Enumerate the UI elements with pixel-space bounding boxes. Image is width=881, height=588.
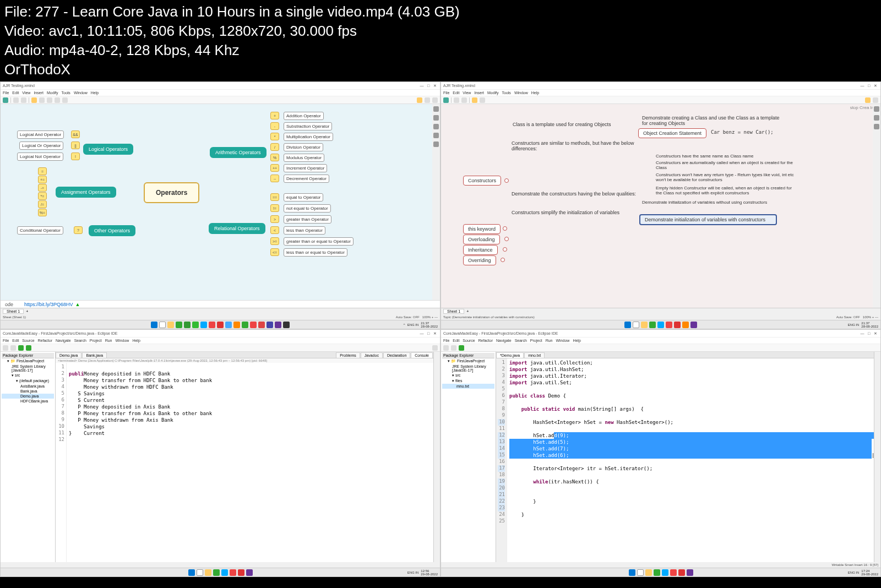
format-icon[interactable] bbox=[433, 106, 439, 112]
start-icon[interactable] bbox=[629, 569, 635, 576]
maximize-button[interactable]: □ bbox=[426, 84, 431, 88]
eclipse-icon[interactable] bbox=[687, 569, 693, 576]
run-icon[interactable] bbox=[459, 345, 464, 351]
app8-icon[interactable] bbox=[258, 322, 265, 328]
file-hdfc[interactable]: HDFCBank.java bbox=[2, 399, 54, 404]
node-obj-stmt[interactable]: Object Creation Statement bbox=[638, 128, 706, 138]
menu-edit[interactable]: Edit bbox=[453, 339, 459, 342]
opera-icon[interactable] bbox=[674, 322, 681, 328]
menu-window[interactable]: Window bbox=[74, 91, 88, 95]
node-subtraction[interactable]: Substraction Operator bbox=[284, 122, 332, 130]
code-editor[interactable]: 123 456 789 101112 publiMoney depositied… bbox=[56, 363, 433, 562]
debug-icon[interactable] bbox=[26, 345, 31, 351]
app6-icon[interactable] bbox=[242, 322, 248, 328]
node-constructors[interactable]: Constructors bbox=[463, 176, 501, 186]
node-modulus[interactable]: Modulus Operator bbox=[284, 154, 324, 162]
menu-file[interactable]: File bbox=[3, 91, 9, 95]
url-link[interactable]: https://bit.ly/3PQ68HV bbox=[24, 302, 73, 307]
menu-help[interactable]: Help bbox=[573, 339, 580, 342]
save-icon[interactable] bbox=[3, 97, 8, 103]
mindmap-canvas[interactable]: Operators Logical Operators Logical And … bbox=[1, 104, 440, 300]
files-node[interactable]: ▾ files bbox=[442, 378, 494, 384]
marker-icon[interactable] bbox=[874, 115, 879, 121]
menu-insert[interactable]: Insert bbox=[474, 91, 484, 95]
menu-modify[interactable]: Modify bbox=[47, 91, 58, 95]
demo-class-text[interactable]: Demonstrate creating a Class and use the… bbox=[642, 115, 785, 126]
minimize-button[interactable]: — bbox=[419, 331, 425, 336]
menu-run[interactable]: Run bbox=[105, 339, 112, 342]
maximize-button[interactable]: □ bbox=[866, 331, 872, 336]
chrome-icon[interactable] bbox=[666, 322, 672, 328]
menu-navigate[interactable]: Navigate bbox=[56, 339, 71, 342]
node-addition[interactable]: Addition Operator bbox=[284, 112, 324, 120]
node-less[interactable]: less than Operator bbox=[284, 226, 325, 235]
app1-icon[interactable] bbox=[654, 569, 660, 576]
quality-3[interactable]: Empty hidden Constructor will be called,… bbox=[656, 186, 799, 195]
code-editor[interactable]: 123 456 789 1011 1213 1415 1617 1819 202… bbox=[496, 358, 874, 562]
tab-problems[interactable]: Problems bbox=[336, 352, 360, 358]
lang-indicator[interactable]: ENG IN bbox=[848, 571, 860, 574]
menu-view[interactable]: View bbox=[463, 91, 471, 95]
maximize-button[interactable]: □ bbox=[426, 331, 431, 336]
file-axis[interactable]: AxisBank.java bbox=[2, 384, 54, 389]
node-demo-with[interactable]: Demonstrate initialization of variables … bbox=[639, 214, 777, 225]
new-icon[interactable] bbox=[3, 345, 8, 351]
save-icon[interactable] bbox=[451, 345, 456, 351]
bulb-icon[interactable] bbox=[865, 97, 871, 103]
file-mno[interactable]: mno.txt bbox=[442, 384, 494, 389]
file-demo[interactable]: Demo.java bbox=[2, 394, 54, 399]
menu-view[interactable]: View bbox=[22, 91, 30, 95]
outline-panel[interactable] bbox=[433, 352, 440, 562]
task-search-icon[interactable] bbox=[159, 322, 166, 328]
app1-icon[interactable] bbox=[176, 322, 182, 328]
explorer-icon[interactable] bbox=[641, 322, 648, 328]
node-multiplication[interactable]: Multiplication Operator bbox=[284, 133, 333, 141]
folder-icon[interactable] bbox=[472, 97, 477, 103]
boundary-icon[interactable] bbox=[62, 97, 68, 103]
windows-taskbar[interactable]: ^ ENG IN 21:3728-08-2022 bbox=[1, 320, 440, 329]
eclipse-icon[interactable] bbox=[690, 322, 697, 328]
menu-file[interactable]: File bbox=[443, 91, 449, 95]
node-increment[interactable]: Increment Operator bbox=[284, 164, 327, 172]
opera-icon[interactable] bbox=[678, 569, 685, 576]
project-node[interactable]: ▾ 📁 FirstJavaProject bbox=[2, 358, 54, 364]
search-icon[interactable] bbox=[873, 97, 878, 103]
menu-window[interactable]: Window bbox=[514, 91, 528, 95]
menu-tools[interactable]: Tools bbox=[62, 91, 70, 95]
menu-help[interactable]: Help bbox=[91, 91, 99, 95]
node-logical-or[interactable]: Logical Or Operator bbox=[19, 141, 63, 150]
app3-icon[interactable] bbox=[192, 322, 199, 328]
lang-indicator[interactable]: ENG IN bbox=[407, 323, 419, 326]
task-search-icon[interactable] bbox=[637, 569, 644, 576]
node-overriding[interactable]: Overriding bbox=[463, 255, 496, 265]
redo-icon[interactable] bbox=[461, 97, 467, 103]
save-icon[interactable] bbox=[10, 345, 16, 351]
redo-icon[interactable] bbox=[21, 97, 26, 103]
search-icon[interactable] bbox=[425, 97, 430, 103]
node-overloading[interactable]: Overloading bbox=[463, 235, 500, 244]
close-button[interactable]: ✕ bbox=[873, 84, 878, 88]
bulb-icon[interactable] bbox=[417, 97, 422, 103]
tab-declaration[interactable]: Declaration bbox=[383, 352, 410, 358]
chrome-icon[interactable] bbox=[670, 569, 677, 576]
menu-source[interactable]: Source bbox=[22, 339, 34, 342]
quality-0[interactable]: Constructors have the same name as Class… bbox=[656, 154, 799, 159]
task-search-icon[interactable] bbox=[633, 322, 639, 328]
minimize-button[interactable]: — bbox=[860, 84, 865, 88]
expand-icon[interactable] bbox=[501, 258, 505, 262]
menu-run[interactable]: Run bbox=[546, 339, 553, 342]
menu-window[interactable]: Window bbox=[115, 339, 129, 342]
minimize-button[interactable]: — bbox=[419, 84, 425, 88]
node-lte[interactable]: less than or equal to Operator bbox=[284, 248, 347, 257]
tab-bank[interactable]: Bank.java bbox=[82, 352, 107, 358]
expand-icon[interactable] bbox=[503, 247, 507, 252]
menu-modify[interactable]: Modify bbox=[487, 91, 499, 95]
zoom-icon[interactable] bbox=[432, 97, 438, 103]
expand-icon[interactable] bbox=[504, 237, 509, 241]
start-icon[interactable] bbox=[151, 322, 157, 328]
tray-chevron-icon[interactable]: ^ bbox=[404, 323, 405, 326]
console-output[interactable]: publiMoney depositied in HDFC Bank Money… bbox=[67, 363, 433, 562]
node-inheritance[interactable]: Inheritance bbox=[463, 245, 498, 255]
node-equalto[interactable]: equal to Operator bbox=[284, 193, 323, 202]
menu-file[interactable]: File bbox=[443, 339, 449, 342]
